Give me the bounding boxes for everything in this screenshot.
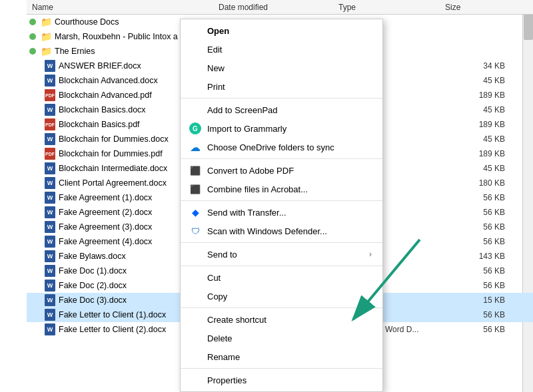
word-icon: W xyxy=(44,250,56,262)
word-icon: W xyxy=(44,309,56,321)
sendto-icon xyxy=(189,248,202,261)
onedrive-icon: ☁ xyxy=(189,140,202,154)
file-size-label: 45 KB xyxy=(457,105,510,114)
context-menu-open-label: Open xyxy=(207,26,372,36)
file-size-label: 45 KB xyxy=(457,134,510,144)
rename-icon xyxy=(189,350,202,363)
context-menu-grammarly[interactable]: G Import to Grammarly xyxy=(181,119,382,138)
word-icon: W xyxy=(44,104,56,116)
context-menu-rename[interactable]: Rename xyxy=(181,347,382,366)
context-menu-acrobat[interactable]: ⬛ Combine files in Acrobat... xyxy=(181,180,382,198)
context-menu-new[interactable]: New xyxy=(181,59,382,77)
context-menu: Open Edit New Print Add to ScreenPad G I… xyxy=(180,19,383,392)
context-menu-screenpad[interactable]: Add to ScreenPad xyxy=(181,100,382,119)
context-menu-adobe-pdf-label: Convert to Adobe PDF xyxy=(207,166,372,176)
context-menu-open[interactable]: Open xyxy=(181,21,382,40)
file-size-label: 143 KB xyxy=(457,252,510,261)
adobe-pdf-icon: ⬛ xyxy=(189,164,202,177)
file-size-label: 56 KB xyxy=(457,222,510,232)
col-date[interactable]: Date modified xyxy=(213,3,333,12)
defender-icon: 🛡 xyxy=(189,224,202,238)
context-menu-acrobat-label: Combine files in Acrobat... xyxy=(207,184,372,194)
context-menu-copy[interactable]: Copy xyxy=(181,287,382,305)
menu-separator xyxy=(181,307,382,308)
pdf-icon: PDF xyxy=(44,148,56,160)
grammarly-logo: G xyxy=(189,122,201,134)
file-size-label: 56 KB xyxy=(457,310,510,319)
sync-dot-icon xyxy=(29,33,36,40)
context-menu-cut[interactable]: Cut xyxy=(181,268,382,287)
col-size[interactable]: Size xyxy=(440,3,493,12)
word-icon: W xyxy=(44,206,56,218)
context-menu-sendto[interactable]: Send to › xyxy=(181,245,382,264)
file-size-label: 34 KB xyxy=(457,61,510,71)
file-size-label: 15 KB xyxy=(457,295,510,305)
word-icon: W xyxy=(44,133,56,145)
word-icon: W xyxy=(44,75,56,87)
file-size-label: 45 KB xyxy=(457,164,510,173)
file-size-label: 56 KB xyxy=(457,266,510,276)
folder-icon: 📁 xyxy=(40,31,52,43)
context-menu-adobe-pdf[interactable]: ⬛ Convert to Adobe PDF xyxy=(181,161,382,180)
menu-separator xyxy=(181,98,382,98)
edit-icon xyxy=(189,43,202,56)
context-menu-edit-label: Edit xyxy=(207,45,372,55)
copy-icon xyxy=(189,290,202,303)
context-menu-shortcut-label: Create shortcut xyxy=(207,315,372,325)
screenpad-icon xyxy=(189,103,202,116)
file-size-label: 56 KB xyxy=(457,208,510,217)
context-menu-delete-label: Delete xyxy=(207,333,372,343)
file-size-label: 56 KB xyxy=(457,281,510,290)
submenu-arrow-icon: › xyxy=(369,250,372,259)
context-menu-transfer[interactable]: ◆ Send with Transfer... xyxy=(181,203,382,222)
properties-icon xyxy=(189,373,202,387)
context-menu-print[interactable]: Print xyxy=(181,77,382,96)
col-type[interactable]: Type xyxy=(333,3,440,12)
context-menu-onedrive-label: Choose OneDrive folders to sync xyxy=(207,142,372,152)
folder-icon: 📁 xyxy=(40,16,52,28)
sync-dot-icon xyxy=(29,19,36,25)
menu-separator xyxy=(181,266,382,266)
file-size-label: 180 KB xyxy=(457,178,510,188)
menu-separator xyxy=(181,200,382,201)
open-icon xyxy=(189,24,202,37)
word-icon: W xyxy=(44,323,56,335)
file-size-label: 189 KB xyxy=(457,91,510,100)
context-menu-edit[interactable]: Edit xyxy=(181,40,382,59)
grammarly-icon: G xyxy=(189,122,202,135)
context-menu-print-label: Print xyxy=(207,82,372,92)
sync-dot-icon xyxy=(29,48,36,55)
file-size-label: 189 KB xyxy=(457,120,510,129)
pdf-icon: PDF xyxy=(44,118,56,130)
context-menu-shortcut[interactable]: Create shortcut xyxy=(181,310,382,329)
word-icon: W xyxy=(44,280,56,292)
menu-separator xyxy=(181,158,382,159)
context-menu-delete[interactable]: Delete xyxy=(181,329,382,347)
context-menu-copy-label: Copy xyxy=(207,292,372,301)
context-menu-properties[interactable]: Properties xyxy=(181,371,382,389)
column-headers: Name Date modified Type Size xyxy=(27,0,533,15)
context-menu-transfer-label: Send with Transfer... xyxy=(207,208,372,218)
context-menu-cut-label: Cut xyxy=(207,273,372,283)
word-icon: W xyxy=(44,162,56,174)
new-icon xyxy=(189,61,202,75)
context-menu-sendto-label: Send to xyxy=(207,250,369,260)
word-icon: W xyxy=(44,177,56,189)
context-menu-properties-label: Properties xyxy=(207,375,372,385)
word-icon: W xyxy=(44,265,56,277)
menu-separator xyxy=(181,368,382,369)
context-menu-rename-label: Rename xyxy=(207,352,372,362)
file-size-label: 189 KB xyxy=(457,149,510,158)
word-icon: W xyxy=(44,236,56,248)
context-menu-onedrive[interactable]: ☁ Choose OneDrive folders to sync xyxy=(181,138,382,156)
context-menu-defender-label: Scan with Windows Defender... xyxy=(207,226,372,236)
context-menu-defender[interactable]: 🛡 Scan with Windows Defender... xyxy=(181,222,382,240)
menu-separator xyxy=(181,242,382,243)
context-menu-new-label: New xyxy=(207,63,372,73)
folder-icon: 📁 xyxy=(40,45,52,57)
file-size-label: 56 KB xyxy=(457,237,510,246)
cut-icon xyxy=(189,271,202,284)
delete-icon xyxy=(189,331,202,345)
acrobat-icon: ⬛ xyxy=(189,182,202,196)
col-name[interactable]: Name xyxy=(27,3,213,12)
